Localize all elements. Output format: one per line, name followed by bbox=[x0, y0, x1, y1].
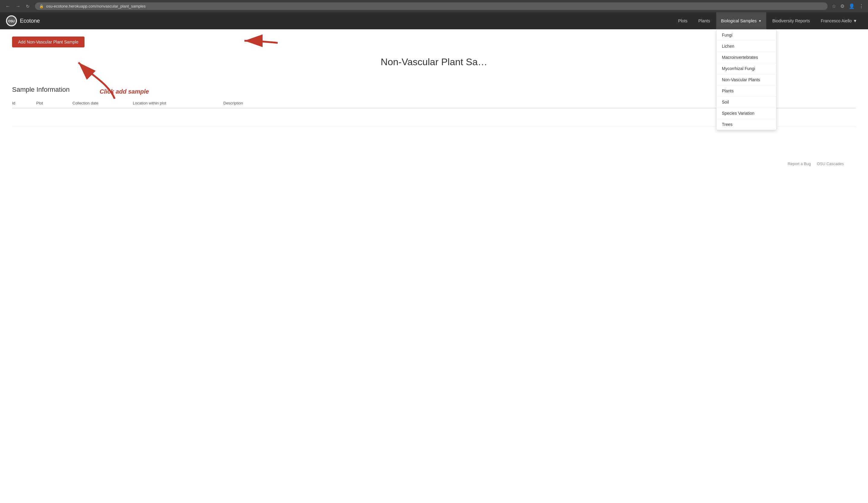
forward-button[interactable]: → bbox=[14, 3, 22, 10]
col-header-plot: Plot bbox=[36, 101, 72, 105]
address-bar[interactable]: 🔒 osu-ecotone.herokuapp.com/nonvascular_… bbox=[35, 2, 828, 10]
col-header-location: Location within plot bbox=[133, 101, 223, 105]
menu-item-plants[interactable]: Plants bbox=[716, 85, 776, 96]
add-sample-button[interactable]: Add Non-Vascular Plant Sample bbox=[12, 37, 84, 48]
url-display: osu-ecotone.herokuapp.com/nonvascular_pl… bbox=[46, 4, 146, 9]
menu-item-soil[interactable]: Soil bbox=[716, 96, 776, 108]
nav-plots[interactable]: Plots bbox=[673, 12, 692, 29]
menu-item-macroinvertebrates[interactable]: Macroinvertebrates bbox=[716, 52, 776, 63]
biological-samples-label: Biological Samples bbox=[721, 18, 757, 23]
nav-biodiversity-reports[interactable]: Biodiversity Reports bbox=[767, 12, 815, 29]
navbar-nav: Plots Plants Biological Samples ▼ Fungi … bbox=[673, 12, 862, 29]
dropdown-arrow-icon: ▼ bbox=[758, 19, 762, 23]
lock-icon: 🔒 bbox=[39, 4, 44, 9]
brand-name: Ecotone bbox=[20, 18, 40, 24]
col-header-date: Collection date bbox=[72, 101, 133, 105]
back-button[interactable]: ← bbox=[4, 3, 12, 10]
user-name: Francesco Aiello bbox=[820, 18, 852, 23]
menu-item-mycorrhizal-fungi[interactable]: Mycorrhizal Fungi bbox=[716, 63, 776, 74]
nav-plants[interactable]: Plants bbox=[694, 12, 715, 29]
footer: Report a Bug OSU Cascades bbox=[12, 157, 856, 171]
browser-chrome: ← → ↻ 🔒 osu-ecotone.herokuapp.com/nonvas… bbox=[0, 0, 868, 12]
reload-button[interactable]: ↻ bbox=[24, 3, 31, 9]
svg-text:OSU: OSU bbox=[8, 20, 15, 23]
menu-item-non-vascular-plants[interactable]: Non-Vascular Plants bbox=[716, 74, 776, 85]
navbar: OSU Ecotone Plots Plants Biological Samp… bbox=[0, 12, 868, 29]
browser-actions: ☆ ⚙ 👤 ⋮ bbox=[831, 3, 864, 10]
brand-link[interactable]: OSU Ecotone bbox=[6, 16, 40, 26]
menu-item-fungi[interactable]: Fungi bbox=[716, 30, 776, 41]
bookmark-button[interactable]: ☆ bbox=[831, 3, 837, 10]
extensions-button[interactable]: ⚙ bbox=[840, 3, 845, 10]
biological-samples-toggle[interactable]: Biological Samples ▼ bbox=[716, 12, 766, 29]
biological-samples-menu: Fungi Lichen Macroinvertebrates Mycorrhi… bbox=[716, 29, 777, 130]
user-dropdown[interactable]: Francesco Aiello ▼ bbox=[816, 12, 862, 29]
user-dropdown-arrow-icon: ▼ bbox=[853, 18, 857, 23]
menu-item-species-variation[interactable]: Species Variation bbox=[716, 108, 776, 119]
menu-button[interactable]: ⋮ bbox=[858, 3, 864, 10]
brand-logo: OSU bbox=[6, 16, 17, 26]
col-header-id: Id bbox=[12, 101, 36, 105]
menu-item-trees[interactable]: Trees bbox=[716, 119, 776, 130]
biological-samples-dropdown[interactable]: Biological Samples ▼ Fungi Lichen Macroi… bbox=[716, 12, 766, 29]
menu-item-lichen[interactable]: Lichen bbox=[716, 41, 776, 52]
profile-button[interactable]: 👤 bbox=[848, 3, 855, 10]
report-bug-link[interactable]: Report a Bug bbox=[788, 162, 811, 166]
browser-nav-buttons: ← → ↻ bbox=[4, 3, 31, 10]
osu-cascades-link[interactable]: OSU Cascades bbox=[817, 162, 844, 166]
